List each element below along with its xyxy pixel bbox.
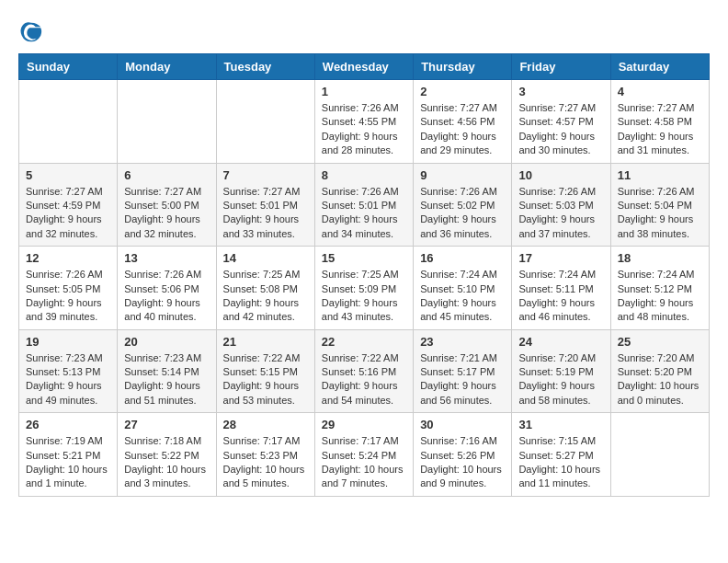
weekday-header: Friday [512,54,610,80]
day-number: 27 [124,418,209,431]
day-info: Sunrise: 7:24 AMSunset: 5:11 PMDaylight:… [518,268,603,325]
day-cell: 12Sunrise: 7:26 AMSunset: 5:05 PMDayligh… [19,247,118,330]
day-number: 31 [518,418,603,431]
day-cell: 25Sunrise: 7:20 AMSunset: 5:20 PMDayligh… [610,329,709,413]
day-cell: 6Sunrise: 7:27 AMSunset: 5:00 PMDaylight… [118,163,216,247]
day-number: 30 [420,418,505,431]
weekday-header: Saturday [610,54,709,80]
day-number: 2 [420,85,505,98]
day-cell: 17Sunrise: 7:24 AMSunset: 5:11 PMDayligh… [512,247,610,330]
day-number: 8 [322,168,406,182]
day-cell: 23Sunrise: 7:21 AMSunset: 5:17 PMDayligh… [414,329,512,413]
day-info: Sunrise: 7:20 AMSunset: 5:20 PMDaylight:… [618,351,702,408]
day-cell: 21Sunrise: 7:22 AMSunset: 5:15 PMDayligh… [216,329,314,413]
day-cell: 13Sunrise: 7:26 AMSunset: 5:06 PMDayligh… [118,247,216,330]
week-row: 26Sunrise: 7:19 AMSunset: 5:21 PMDayligh… [19,413,710,497]
day-info: Sunrise: 7:22 AMSunset: 5:16 PMDaylight:… [322,351,406,408]
day-number: 19 [26,335,110,349]
day-info: Sunrise: 7:26 AMSunset: 5:04 PMDaylight:… [618,185,702,242]
day-cell: 19Sunrise: 7:23 AMSunset: 5:13 PMDayligh… [19,329,118,413]
logo [18,18,48,44]
day-info: Sunrise: 7:26 AMSunset: 5:05 PMDaylight:… [26,268,110,325]
day-number: 26 [26,418,110,431]
day-info: Sunrise: 7:26 AMSunset: 5:03 PMDaylight:… [518,185,603,242]
day-info: Sunrise: 7:18 AMSunset: 5:22 PMDaylight:… [124,434,209,491]
day-cell: 5Sunrise: 7:27 AMSunset: 4:59 PMDaylight… [19,163,118,247]
day-cell: 24Sunrise: 7:20 AMSunset: 5:19 PMDayligh… [512,329,610,413]
day-number: 14 [223,251,308,265]
weekday-header: Monday [118,54,216,80]
day-number: 12 [26,251,110,265]
day-info: Sunrise: 7:25 AMSunset: 5:08 PMDaylight:… [223,268,308,325]
weekday-header: Wednesday [314,54,413,80]
day-info: Sunrise: 7:24 AMSunset: 5:12 PMDaylight:… [618,268,702,325]
day-info: Sunrise: 7:27 AMSunset: 4:57 PMDaylight:… [518,101,603,158]
day-cell: 26Sunrise: 7:19 AMSunset: 5:21 PMDayligh… [19,413,118,497]
day-info: Sunrise: 7:25 AMSunset: 5:09 PMDaylight:… [322,268,406,325]
day-cell: 2Sunrise: 7:27 AMSunset: 4:56 PMDaylight… [414,80,512,164]
day-number: 4 [618,85,702,98]
day-cell [216,80,314,164]
day-cell: 18Sunrise: 7:24 AMSunset: 5:12 PMDayligh… [610,247,709,330]
day-number: 9 [420,168,505,182]
day-info: Sunrise: 7:17 AMSunset: 5:23 PMDaylight:… [223,434,308,491]
day-number: 1 [322,85,406,98]
day-number: 25 [618,335,702,349]
day-info: Sunrise: 7:17 AMSunset: 5:24 PMDaylight:… [322,434,406,491]
week-row: 5Sunrise: 7:27 AMSunset: 4:59 PMDaylight… [19,163,710,247]
day-info: Sunrise: 7:26 AMSunset: 5:06 PMDaylight:… [124,268,209,325]
day-cell: 4Sunrise: 7:27 AMSunset: 4:58 PMDaylight… [610,80,709,164]
day-cell: 27Sunrise: 7:18 AMSunset: 5:22 PMDayligh… [118,413,216,497]
day-number: 13 [124,251,209,265]
day-info: Sunrise: 7:27 AMSunset: 4:59 PMDaylight:… [26,185,110,242]
day-cell: 8Sunrise: 7:26 AMSunset: 5:01 PMDaylight… [314,163,413,247]
day-info: Sunrise: 7:23 AMSunset: 5:14 PMDaylight:… [124,351,209,408]
day-info: Sunrise: 7:15 AMSunset: 5:27 PMDaylight:… [518,434,603,491]
day-info: Sunrise: 7:27 AMSunset: 4:58 PMDaylight:… [618,101,702,158]
day-cell: 10Sunrise: 7:26 AMSunset: 5:03 PMDayligh… [512,163,610,247]
day-info: Sunrise: 7:26 AMSunset: 5:02 PMDaylight:… [420,185,505,242]
day-cell: 9Sunrise: 7:26 AMSunset: 5:02 PMDaylight… [414,163,512,247]
day-cell: 22Sunrise: 7:22 AMSunset: 5:16 PMDayligh… [314,329,413,413]
weekday-header: Sunday [19,54,118,80]
day-number: 29 [322,418,406,431]
day-number: 18 [618,251,702,265]
day-info: Sunrise: 7:27 AMSunset: 5:01 PMDaylight:… [223,185,308,242]
weekday-header-row: SundayMondayTuesdayWednesdayThursdayFrid… [19,54,710,80]
week-row: 1Sunrise: 7:26 AMSunset: 4:55 PMDaylight… [19,80,710,164]
day-cell [610,413,709,497]
day-info: Sunrise: 7:16 AMSunset: 5:26 PMDaylight:… [420,434,505,491]
day-cell [19,80,118,164]
day-cell: 31Sunrise: 7:15 AMSunset: 5:27 PMDayligh… [512,413,610,497]
day-cell: 3Sunrise: 7:27 AMSunset: 4:57 PMDaylight… [512,80,610,164]
week-row: 19Sunrise: 7:23 AMSunset: 5:13 PMDayligh… [19,329,710,413]
calendar-table: SundayMondayTuesdayWednesdayThursdayFrid… [18,53,710,497]
day-info: Sunrise: 7:21 AMSunset: 5:17 PMDaylight:… [420,351,505,408]
day-cell [118,80,216,164]
day-number: 6 [124,168,209,182]
day-info: Sunrise: 7:27 AMSunset: 4:56 PMDaylight:… [420,101,505,158]
day-info: Sunrise: 7:26 AMSunset: 5:01 PMDaylight:… [322,185,406,242]
day-number: 17 [518,251,603,265]
day-cell: 28Sunrise: 7:17 AMSunset: 5:23 PMDayligh… [216,413,314,497]
day-info: Sunrise: 7:22 AMSunset: 5:15 PMDaylight:… [223,351,308,408]
day-cell: 20Sunrise: 7:23 AMSunset: 5:14 PMDayligh… [118,329,216,413]
day-info: Sunrise: 7:27 AMSunset: 5:00 PMDaylight:… [124,185,209,242]
day-number: 16 [420,251,505,265]
day-info: Sunrise: 7:24 AMSunset: 5:10 PMDaylight:… [420,268,505,325]
day-cell: 14Sunrise: 7:25 AMSunset: 5:08 PMDayligh… [216,247,314,330]
day-number: 23 [420,335,505,349]
day-info: Sunrise: 7:26 AMSunset: 4:55 PMDaylight:… [322,101,406,158]
logo-icon [18,18,44,44]
week-row: 12Sunrise: 7:26 AMSunset: 5:05 PMDayligh… [19,247,710,330]
page-header [18,18,710,44]
day-cell: 15Sunrise: 7:25 AMSunset: 5:09 PMDayligh… [314,247,413,330]
weekday-header: Thursday [414,54,512,80]
day-number: 11 [618,168,702,182]
day-cell: 7Sunrise: 7:27 AMSunset: 5:01 PMDaylight… [216,163,314,247]
day-number: 28 [223,418,308,431]
day-number: 7 [223,168,308,182]
day-info: Sunrise: 7:23 AMSunset: 5:13 PMDaylight:… [26,351,110,408]
day-cell: 16Sunrise: 7:24 AMSunset: 5:10 PMDayligh… [414,247,512,330]
day-number: 24 [518,335,603,349]
